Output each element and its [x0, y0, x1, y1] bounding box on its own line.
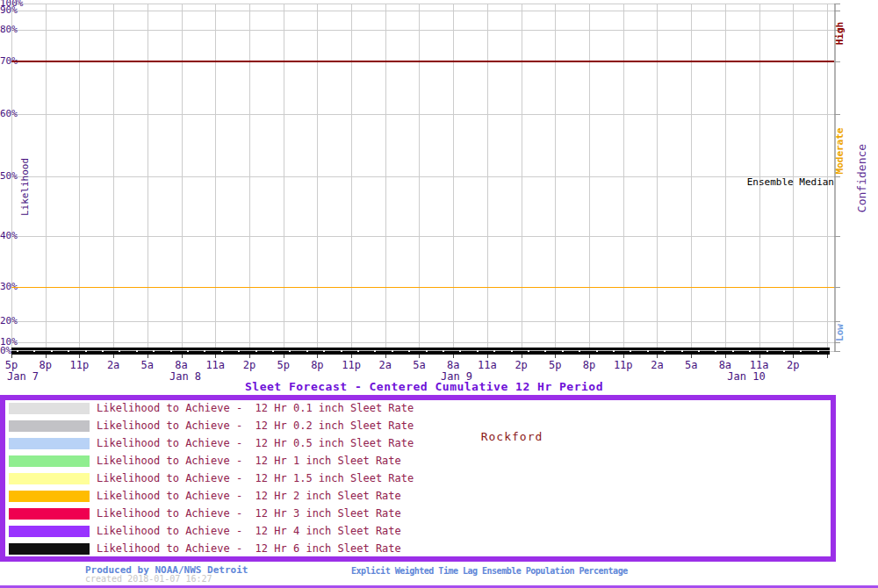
x-axis-tick: [215, 355, 216, 358]
x-axis-tick: [487, 355, 488, 358]
horizontal-gridline: [11, 176, 834, 177]
x-axis-tick: [284, 355, 284, 358]
vertical-gridline: [148, 4, 148, 351]
legend-label: Likelihood to Achieve - 12 Hr 1 inch Sle…: [97, 455, 401, 467]
x-tick-label: 2p: [243, 359, 255, 371]
confidence-level-high-label: High: [834, 22, 846, 46]
x-axis-tick: [419, 355, 420, 358]
right-axis-tick: [834, 176, 840, 177]
x-axis-tick: [555, 355, 556, 358]
right-axis-tick: [834, 4, 840, 4]
x-axis-tick: [759, 355, 760, 358]
right-axis-tick: [834, 287, 840, 288]
right-axis-tick: [834, 236, 840, 237]
vertical-gridline: [522, 4, 522, 351]
legend-label: Likelihood to Achieve - 12 Hr 1.5 inch S…: [97, 473, 414, 484]
confidence-threshold-line: [11, 61, 834, 62]
x-tick-label: 11a: [205, 359, 225, 371]
x-tick-label: 11a: [750, 359, 769, 371]
x-tick-label: 2p: [515, 359, 527, 371]
confidence-level-low-label: Low: [834, 324, 846, 341]
x-tick-label: 5p: [549, 359, 561, 371]
x-axis-tick: [46, 355, 47, 358]
right-axis-tick: [834, 342, 840, 343]
legend-label: Likelihood to Achieve - 12 Hr 2 inch Sle…: [97, 491, 401, 502]
x-axis-tick: [148, 355, 148, 358]
x-tick-label: 8p: [583, 359, 595, 371]
vertical-gridline: [419, 4, 420, 351]
x-tick-label: 11p: [614, 359, 633, 371]
legend-swatch: [9, 543, 90, 555]
horizontal-gridline: [11, 236, 834, 237]
horizontal-gridline: [11, 11, 834, 11]
vertical-gridline: [589, 4, 590, 351]
forecast-chart-page: 100%90%80%70%60%50%40%30%20%10%0%5p8p11p…: [0, 0, 878, 588]
footer-caption: Explicit Weighted Time Lag Ensemble Popu…: [351, 566, 628, 576]
horizontal-gridline: [11, 321, 834, 322]
legend-label: Likelihood to Achieve - 12 Hr 0.1 inch S…: [97, 403, 414, 414]
x-date-label: Jan 7: [7, 370, 39, 383]
x-tick-label: 11p: [70, 359, 90, 371]
plot-right-border: [834, 4, 836, 351]
vertical-gridline: [691, 4, 692, 351]
x-tick-label: 5a: [141, 359, 154, 371]
x-tick-label: 2a: [107, 359, 119, 371]
horizontal-gridline: [11, 4, 834, 4]
x-tick-label: 8a: [719, 359, 731, 371]
y-tick-label: 50%: [0, 172, 18, 181]
right-axis-tick: [834, 351, 840, 352]
x-tick-label: 5p: [277, 359, 289, 371]
x-tick-label: 2a: [651, 359, 663, 371]
x-axis-tick: [249, 355, 250, 358]
right-axis-tick: [834, 321, 840, 322]
vertical-gridline: [284, 4, 284, 351]
x-axis-tick: [589, 355, 590, 358]
x-axis-tick: [827, 355, 828, 358]
ensemble-median-annotation: Ensemble Median: [747, 176, 834, 188]
legend-swatch: [9, 508, 90, 520]
x-axis-tick: [385, 355, 386, 358]
x-axis-tick: [725, 355, 726, 358]
horizontal-gridline: [11, 342, 834, 343]
vertical-gridline: [79, 4, 80, 351]
legend-swatch: [9, 438, 90, 449]
chart-title: Sleet Forecast - Centered Cumulative 12 …: [245, 380, 603, 393]
x-axis-tick: [182, 355, 183, 358]
vertical-gridline: [182, 4, 183, 351]
y-tick-label: 0%: [0, 347, 11, 355]
legend-label: Likelihood to Achieve - 12 Hr 6 inch Sle…: [97, 543, 401, 555]
y-axis-title: Likelihood: [19, 158, 31, 216]
right-axis-tick: [834, 114, 840, 115]
location-label: Rockford: [481, 430, 543, 443]
vertical-gridline: [351, 4, 352, 351]
x-axis-tick: [793, 355, 794, 358]
horizontal-gridline: [11, 30, 834, 31]
horizontal-gridline: [11, 114, 834, 115]
vertical-gridline: [249, 4, 250, 351]
right-axis-tick: [834, 11, 840, 11]
x-tick-label: 2p: [787, 359, 799, 371]
legend-label: Likelihood to Achieve - 12 Hr 0.5 inch S…: [97, 438, 414, 449]
confidence-level-moderate-label: Moderate: [834, 128, 846, 175]
vertical-gridline: [317, 4, 318, 351]
legend-label: Likelihood to Achieve - 12 Hr 3 inch Sle…: [97, 508, 401, 520]
x-tick-label: 8p: [311, 359, 323, 371]
vertical-gridline: [46, 4, 47, 351]
legend-swatch: [9, 491, 90, 502]
ensemble-median-line: [11, 348, 830, 355]
vertical-gridline: [657, 4, 658, 351]
legend-swatch: [9, 526, 90, 537]
confidence-threshold-line: [11, 287, 834, 288]
x-tick-label: 5p: [5, 359, 18, 371]
vertical-gridline: [453, 4, 454, 351]
vertical-gridline: [555, 4, 556, 351]
x-axis-tick: [691, 355, 692, 358]
x-axis-tick: [657, 355, 658, 358]
x-date-label: Jan 10: [727, 370, 765, 383]
legend-swatch: [9, 455, 90, 467]
x-axis-tick: [623, 355, 624, 358]
right-axis-title: Confidence: [855, 144, 868, 212]
x-axis-tick: [522, 355, 522, 358]
x-tick-label: 5a: [685, 359, 697, 371]
x-date-label: Jan 8: [169, 370, 201, 383]
